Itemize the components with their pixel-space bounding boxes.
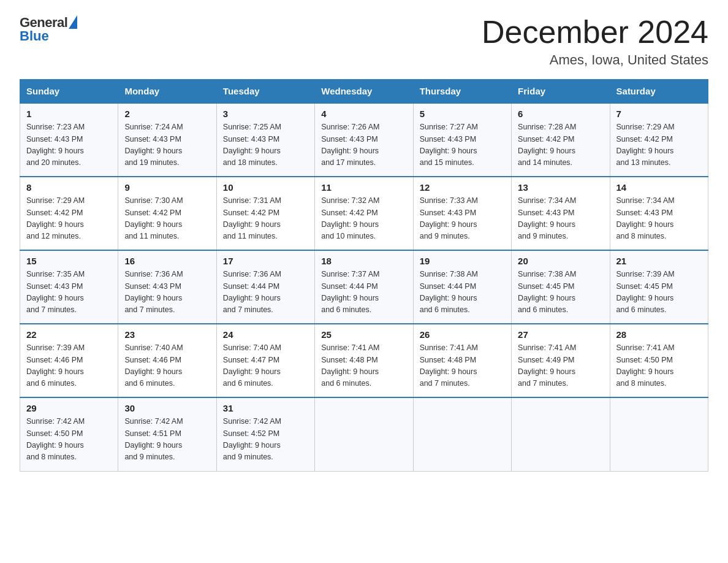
- day-number: 26: [420, 329, 505, 340]
- calendar-cell: 31 Sunrise: 7:42 AMSunset: 4:52 PMDaylig…: [216, 397, 314, 471]
- day-number: 23: [124, 329, 210, 340]
- day-info: Sunrise: 7:23 AMSunset: 4:43 PMDaylight:…: [26, 123, 85, 167]
- day-info: Sunrise: 7:34 AMSunset: 4:43 PMDaylight:…: [518, 196, 576, 240]
- calendar-week-row: 22 Sunrise: 7:39 AMSunset: 4:46 PMDaylig…: [20, 324, 708, 397]
- day-info: Sunrise: 7:42 AMSunset: 4:52 PMDaylight:…: [223, 417, 281, 461]
- day-info: Sunrise: 7:36 AMSunset: 4:44 PMDaylight:…: [223, 270, 281, 314]
- calendar-cell: 10 Sunrise: 7:31 AMSunset: 4:42 PMDaylig…: [216, 177, 314, 250]
- day-info: Sunrise: 7:42 AMSunset: 4:50 PMDaylight:…: [26, 417, 85, 461]
- day-info: Sunrise: 7:36 AMSunset: 4:43 PMDaylight:…: [124, 270, 183, 314]
- col-tuesday: Tuesday: [216, 80, 314, 104]
- logo: General Blue: [20, 15, 77, 44]
- calendar-cell: 9 Sunrise: 7:30 AMSunset: 4:42 PMDayligh…: [118, 177, 216, 250]
- day-info: Sunrise: 7:39 AMSunset: 4:45 PMDaylight:…: [616, 270, 675, 314]
- calendar-cell: 27 Sunrise: 7:41 AMSunset: 4:49 PMDaylig…: [512, 324, 610, 397]
- day-info: Sunrise: 7:38 AMSunset: 4:45 PMDaylight:…: [518, 270, 576, 314]
- page-header: General Blue December 2024 Ames, Iowa, U…: [20, 15, 708, 68]
- logo-triangle-icon: [69, 15, 77, 29]
- header-row: Sunday Monday Tuesday Wednesday Thursday…: [20, 80, 708, 104]
- day-number: 1: [26, 109, 112, 119]
- day-number: 29: [26, 403, 112, 413]
- day-number: 13: [518, 182, 603, 193]
- calendar-cell: 30 Sunrise: 7:42 AMSunset: 4:51 PMDaylig…: [118, 397, 216, 471]
- day-info: Sunrise: 7:33 AMSunset: 4:43 PMDaylight:…: [420, 196, 478, 240]
- day-number: 16: [124, 256, 210, 266]
- calendar-cell: 20 Sunrise: 7:38 AMSunset: 4:45 PMDaylig…: [512, 250, 610, 324]
- calendar-cell: 18 Sunrise: 7:37 AMSunset: 4:44 PMDaylig…: [315, 250, 413, 324]
- day-info: Sunrise: 7:26 AMSunset: 4:43 PMDaylight:…: [321, 123, 379, 167]
- day-number: 5: [420, 109, 505, 119]
- day-info: Sunrise: 7:27 AMSunset: 4:43 PMDaylight:…: [420, 123, 478, 167]
- day-info: Sunrise: 7:34 AMSunset: 4:43 PMDaylight:…: [616, 196, 675, 240]
- calendar-cell: 29 Sunrise: 7:42 AMSunset: 4:50 PMDaylig…: [20, 397, 118, 471]
- day-info: Sunrise: 7:29 AMSunset: 4:42 PMDaylight:…: [616, 123, 675, 167]
- calendar-cell: [413, 397, 511, 471]
- calendar-table: Sunday Monday Tuesday Wednesday Thursday…: [20, 79, 708, 472]
- col-saturday: Saturday: [610, 80, 708, 104]
- calendar-cell: 11 Sunrise: 7:32 AMSunset: 4:42 PMDaylig…: [315, 177, 413, 250]
- day-info: Sunrise: 7:30 AMSunset: 4:42 PMDaylight:…: [124, 196, 183, 240]
- day-info: Sunrise: 7:41 AMSunset: 4:49 PMDaylight:…: [518, 343, 576, 388]
- day-info: Sunrise: 7:37 AMSunset: 4:44 PMDaylight:…: [321, 270, 379, 314]
- day-info: Sunrise: 7:28 AMSunset: 4:42 PMDaylight:…: [518, 123, 576, 167]
- day-number: 19: [420, 256, 505, 266]
- day-number: 20: [518, 256, 603, 266]
- calendar-cell: [610, 397, 708, 471]
- day-number: 18: [321, 256, 406, 266]
- month-title: December 2024: [482, 15, 708, 50]
- day-number: 10: [223, 182, 308, 193]
- calendar-week-row: 8 Sunrise: 7:29 AMSunset: 4:42 PMDayligh…: [20, 177, 708, 250]
- day-info: Sunrise: 7:41 AMSunset: 4:48 PMDaylight:…: [321, 343, 379, 388]
- day-info: Sunrise: 7:39 AMSunset: 4:46 PMDaylight:…: [26, 343, 85, 388]
- col-wednesday: Wednesday: [315, 80, 413, 104]
- day-number: 2: [124, 109, 210, 119]
- calendar-cell: 25 Sunrise: 7:41 AMSunset: 4:48 PMDaylig…: [315, 324, 413, 397]
- col-sunday: Sunday: [20, 80, 118, 104]
- day-info: Sunrise: 7:42 AMSunset: 4:51 PMDaylight:…: [124, 417, 183, 461]
- day-number: 15: [26, 256, 112, 266]
- calendar-cell: 4 Sunrise: 7:26 AMSunset: 4:43 PMDayligh…: [315, 103, 413, 177]
- calendar-cell: 1 Sunrise: 7:23 AMSunset: 4:43 PMDayligh…: [20, 103, 118, 177]
- day-number: 22: [26, 329, 112, 340]
- calendar-week-row: 1 Sunrise: 7:23 AMSunset: 4:43 PMDayligh…: [20, 103, 708, 177]
- day-info: Sunrise: 7:24 AMSunset: 4:43 PMDaylight:…: [124, 123, 183, 167]
- calendar-cell: 6 Sunrise: 7:28 AMSunset: 4:42 PMDayligh…: [512, 103, 610, 177]
- day-number: 12: [420, 182, 505, 193]
- day-info: Sunrise: 7:29 AMSunset: 4:42 PMDaylight:…: [26, 196, 85, 240]
- day-info: Sunrise: 7:25 AMSunset: 4:43 PMDaylight:…: [223, 123, 281, 167]
- day-number: 11: [321, 182, 406, 193]
- day-number: 7: [616, 109, 702, 119]
- day-number: 17: [223, 256, 308, 266]
- calendar-week-row: 29 Sunrise: 7:42 AMSunset: 4:50 PMDaylig…: [20, 397, 708, 471]
- day-number: 27: [518, 329, 603, 340]
- col-monday: Monday: [118, 80, 216, 104]
- day-number: 21: [616, 256, 702, 266]
- calendar-cell: 2 Sunrise: 7:24 AMSunset: 4:43 PMDayligh…: [118, 103, 216, 177]
- day-number: 25: [321, 329, 406, 340]
- calendar-cell: 22 Sunrise: 7:39 AMSunset: 4:46 PMDaylig…: [20, 324, 118, 397]
- day-info: Sunrise: 7:41 AMSunset: 4:48 PMDaylight:…: [420, 343, 478, 388]
- calendar-cell: 28 Sunrise: 7:41 AMSunset: 4:50 PMDaylig…: [610, 324, 708, 397]
- calendar-cell: 12 Sunrise: 7:33 AMSunset: 4:43 PMDaylig…: [413, 177, 511, 250]
- calendar-week-row: 15 Sunrise: 7:35 AMSunset: 4:43 PMDaylig…: [20, 250, 708, 324]
- day-number: 4: [321, 109, 406, 119]
- calendar-cell: 14 Sunrise: 7:34 AMSunset: 4:43 PMDaylig…: [610, 177, 708, 250]
- calendar-cell: 3 Sunrise: 7:25 AMSunset: 4:43 PMDayligh…: [216, 103, 314, 177]
- calendar-cell: 13 Sunrise: 7:34 AMSunset: 4:43 PMDaylig…: [512, 177, 610, 250]
- calendar-cell: 21 Sunrise: 7:39 AMSunset: 4:45 PMDaylig…: [610, 250, 708, 324]
- day-info: Sunrise: 7:32 AMSunset: 4:42 PMDaylight:…: [321, 196, 379, 240]
- calendar-cell: 26 Sunrise: 7:41 AMSunset: 4:48 PMDaylig…: [413, 324, 511, 397]
- day-info: Sunrise: 7:31 AMSunset: 4:42 PMDaylight:…: [223, 196, 281, 240]
- calendar-cell: 17 Sunrise: 7:36 AMSunset: 4:44 PMDaylig…: [216, 250, 314, 324]
- day-info: Sunrise: 7:40 AMSunset: 4:47 PMDaylight:…: [223, 343, 281, 388]
- day-number: 30: [124, 403, 210, 413]
- day-info: Sunrise: 7:41 AMSunset: 4:50 PMDaylight:…: [616, 343, 675, 388]
- calendar-cell: 23 Sunrise: 7:40 AMSunset: 4:46 PMDaylig…: [118, 324, 216, 397]
- calendar-cell: [315, 397, 413, 471]
- day-number: 28: [616, 329, 702, 340]
- day-number: 24: [223, 329, 308, 340]
- logo-blue-text: Blue: [20, 28, 49, 44]
- day-number: 14: [616, 182, 702, 193]
- title-block: December 2024 Ames, Iowa, United States: [482, 15, 708, 68]
- day-info: Sunrise: 7:40 AMSunset: 4:46 PMDaylight:…: [124, 343, 183, 388]
